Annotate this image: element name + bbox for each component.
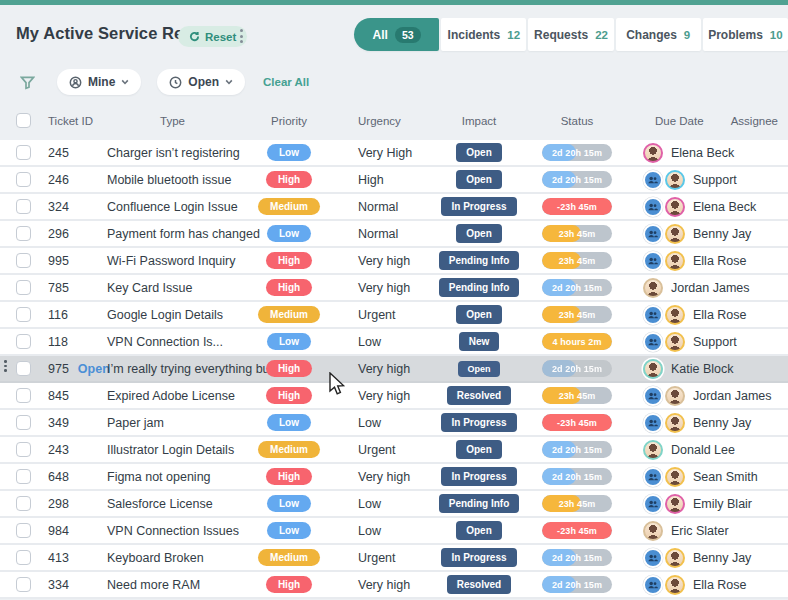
top-accent-strip — [0, 0, 788, 5]
priority-badge: Low — [267, 333, 311, 350]
urgency-value: Urgent — [333, 551, 429, 565]
ticket-id: 324 — [48, 200, 69, 214]
tab-incidents[interactable]: Incidents12 — [441, 18, 526, 51]
row-checkbox[interactable] — [16, 415, 31, 430]
filter-mine[interactable]: Mine — [57, 69, 141, 95]
row-checkbox[interactable] — [16, 253, 31, 268]
due-countdown-pill: -23h 45m — [542, 522, 612, 539]
table-row[interactable]: 245Charger isn’t registeringLowVery High… — [0, 140, 788, 167]
row-checkbox[interactable] — [16, 361, 31, 376]
status-badge: Pending Info — [439, 494, 520, 513]
tab-changes[interactable]: Changes9 — [616, 18, 701, 51]
service-records-app: My Active Service Records Reset All53Inc… — [0, 0, 788, 600]
due-countdown-label: 23h 45m — [559, 499, 596, 509]
urgency-value: Very high — [333, 362, 429, 376]
table-row[interactable]: 246Mobile bluetooth issueHighHighOpen2d … — [0, 167, 788, 194]
row-checkbox[interactable] — [16, 469, 31, 484]
due-countdown-pill: 2d 20h 15m — [542, 576, 612, 593]
row-checkbox[interactable] — [16, 577, 31, 592]
col-type: Type — [100, 115, 245, 127]
assignee-name: Sean Smith — [693, 470, 758, 484]
status-badge: Pending Info — [439, 251, 520, 270]
col-due-date: Due Date — [655, 115, 704, 127]
due-countdown-label: -23h 45m — [557, 202, 597, 212]
ticket-id: 648 — [48, 470, 69, 484]
assignee-name: Ella Rose — [693, 308, 747, 322]
priority-badge: High — [266, 279, 312, 296]
assignee-cell: Support — [625, 170, 788, 190]
due-countdown-label: 23h 45m — [559, 391, 596, 401]
funnel-icon[interactable] — [20, 75, 35, 90]
priority-badge: Medium — [258, 198, 320, 215]
select-all-checkbox[interactable] — [16, 113, 31, 128]
ticket-type: Salesforce License — [100, 497, 245, 511]
table-row[interactable]: 845Expired Adobe LicenseHighVery highRes… — [0, 383, 788, 410]
row-checkbox[interactable] — [16, 334, 31, 349]
table-row[interactable]: 349Paper jamLowLowIn Progress-23h 45mBen… — [0, 410, 788, 437]
assignee-cell: Support — [625, 332, 788, 352]
table-row[interactable]: 116Google Login DetailsMediumUrgentOpen2… — [0, 302, 788, 329]
team-avatar-icon — [643, 251, 663, 271]
row-checkbox[interactable] — [16, 523, 31, 538]
row-checkbox[interactable] — [16, 442, 31, 457]
status-badge: In Progress — [441, 197, 516, 216]
row-checkbox[interactable] — [16, 550, 31, 565]
table-row[interactable]: 975OpenI’m really trying everything but … — [0, 356, 788, 383]
assignee-avatar — [665, 467, 685, 487]
status-badge: Open — [456, 440, 502, 459]
row-checkbox[interactable] — [16, 307, 31, 322]
ticket-id: 296 — [48, 227, 69, 241]
row-checkbox[interactable] — [16, 280, 31, 295]
table-row[interactable]: 995Wi-Fi Password InquiryHighVery highPe… — [0, 248, 788, 275]
table-row[interactable]: 118VPN Connection Is...LowLowNew4 hours … — [0, 329, 788, 356]
more-options-icon[interactable] — [234, 25, 248, 47]
due-countdown-pill: -23h 45m — [542, 414, 612, 431]
table-row[interactable]: 243Illustrator Login DetailsMediumUrgent… — [0, 437, 788, 464]
tab-all[interactable]: All53 — [354, 18, 439, 51]
assignee-cell: Ella Rose — [625, 251, 788, 271]
filter-bar: Mine Open Clear All — [0, 68, 788, 96]
urgency-value: Low — [333, 416, 429, 430]
row-checkbox[interactable] — [16, 388, 31, 403]
assignee-avatar — [665, 224, 685, 244]
urgency-value: Low — [333, 497, 429, 511]
tab-requests[interactable]: Requests22 — [528, 18, 613, 51]
table-row[interactable]: 296Payment form has changedLowNormalOpen… — [0, 221, 788, 248]
drag-handle-icon[interactable] — [4, 360, 7, 372]
table-row[interactable]: 984VPN Connection IssuesLowLowOpen-23h 4… — [0, 518, 788, 545]
assignee-avatar — [665, 575, 685, 595]
assignee-name: Benny Jay — [693, 227, 751, 241]
refresh-icon — [189, 31, 200, 42]
row-checkbox[interactable] — [16, 199, 31, 214]
tab-count: 22 — [595, 29, 608, 41]
ticket-type: Figma not opening — [100, 470, 245, 484]
table-row[interactable]: 785Key Card IssueHighVery highPending In… — [0, 275, 788, 302]
clear-all-link[interactable]: Clear All — [263, 76, 309, 88]
ticket-type: Key Card Issue — [100, 281, 245, 295]
team-avatar-icon — [643, 332, 663, 352]
table-row[interactable]: 413Keyboard BrokenMediumUrgentIn Progres… — [0, 545, 788, 572]
row-checkbox[interactable] — [16, 496, 31, 511]
filter-status-open[interactable]: Open — [157, 69, 245, 95]
ticket-id: 298 — [48, 497, 69, 511]
urgency-value: Low — [333, 524, 429, 538]
ticket-id: 975 — [48, 362, 69, 376]
table-row[interactable]: 334Need more RAMHighVery highResolved2d … — [0, 572, 788, 599]
table-row[interactable]: 648Figma not openingHighVery highIn Prog… — [0, 464, 788, 491]
due-countdown-pill: 4 hours 2m — [542, 333, 612, 350]
assignee-name: Support — [693, 335, 737, 349]
row-checkbox[interactable] — [16, 226, 31, 241]
due-countdown-label: 23h 45m — [559, 310, 596, 320]
assignee-avatar — [665, 548, 685, 568]
urgency-value: Very high — [333, 389, 429, 403]
tab-count: 12 — [507, 29, 520, 41]
urgency-value: Urgent — [333, 443, 429, 457]
table-row[interactable]: 324Confluence Login IssueMediumNormalIn … — [0, 194, 788, 221]
table-row[interactable]: 298Salesforce LicenseLowLowPending Info2… — [0, 491, 788, 518]
row-checkbox[interactable] — [16, 172, 31, 187]
tab-problems[interactable]: Problems10 — [703, 18, 788, 51]
row-checkbox[interactable] — [16, 145, 31, 160]
ticket-type: VPN Connection Issues — [100, 524, 245, 538]
team-avatar-icon — [643, 386, 663, 406]
due-countdown-label: 2d 20h 15m — [552, 472, 602, 482]
